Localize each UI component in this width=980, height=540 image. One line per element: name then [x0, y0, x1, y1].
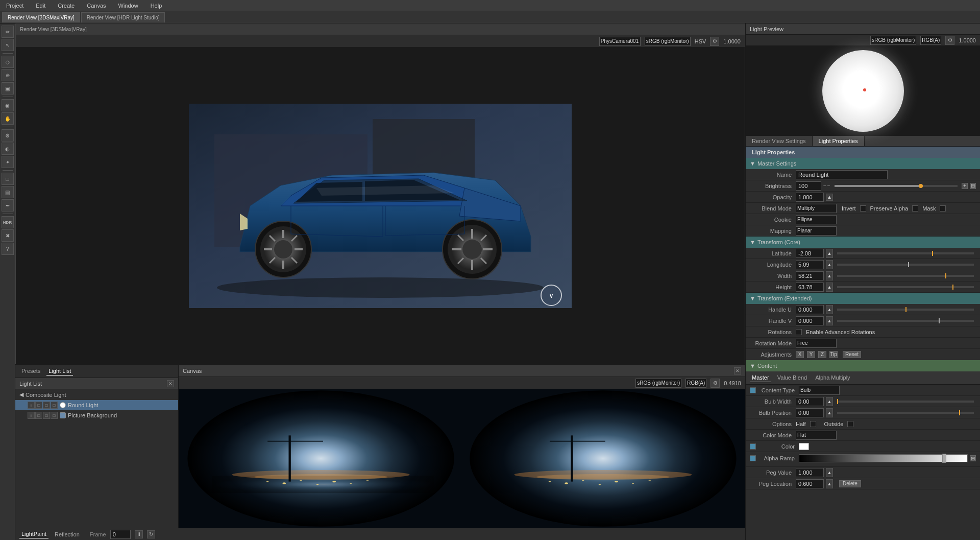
- tab-render-view[interactable]: Render View [3DSMax|VRay]: [2, 12, 80, 22]
- tab-light-properties[interactable]: Light Properties: [813, 136, 865, 146]
- handle-v-stepper[interactable]: ▲: [826, 316, 833, 325]
- brightness-down-arrow[interactable]: −: [823, 183, 826, 189]
- menu-create[interactable]: Create: [56, 2, 77, 10]
- light-lock-btn[interactable]: □: [43, 402, 50, 409]
- longitude-input[interactable]: [796, 260, 824, 269]
- master-settings-header[interactable]: ▼ Master Settings: [746, 158, 980, 169]
- content-section-header[interactable]: ▼ Content: [746, 360, 980, 371]
- tool-rect[interactable]: □: [2, 173, 14, 185]
- z-adjust-btn[interactable]: Z: [818, 351, 826, 358]
- peg-location-input[interactable]: [796, 479, 824, 488]
- rotation-checkbox[interactable]: [796, 329, 802, 335]
- bulb-width-slider[interactable]: [837, 401, 974, 403]
- canvas-colorspace-select[interactable]: sRGB (rgbMonitor): [635, 379, 681, 388]
- height-slider[interactable]: [837, 286, 974, 288]
- tab-hdr-studio[interactable]: Render View [HDR Light Studio]: [81, 12, 165, 22]
- tool-paint[interactable]: ◇: [2, 56, 14, 68]
- tool-select[interactable]: ✏: [2, 26, 14, 38]
- half-checkbox[interactable]: [810, 421, 816, 427]
- tool-pen[interactable]: ✒: [2, 199, 14, 212]
- peg-delete-btn[interactable]: Delete: [839, 480, 861, 487]
- handle-v-input[interactable]: [796, 316, 824, 325]
- y-adjust-btn[interactable]: Y: [807, 351, 815, 358]
- x-adjust-btn[interactable]: X: [796, 351, 804, 358]
- camera-select[interactable]: PhysCamera001: [599, 37, 641, 46]
- opacity-input[interactable]: [796, 193, 824, 202]
- light-eye-btn[interactable]: i: [28, 402, 35, 409]
- tool-crop[interactable]: ▤: [2, 186, 14, 198]
- handle-u-slider[interactable]: [837, 309, 974, 311]
- tool-move[interactable]: ↖: [2, 39, 14, 51]
- canvas-settings-icon[interactable]: ⚙: [710, 379, 720, 388]
- name-input[interactable]: [796, 170, 888, 179]
- settings-icon[interactable]: ⚙: [710, 37, 719, 46]
- rotation-mode-select[interactable]: Free: [796, 339, 837, 348]
- color-enable-checkbox[interactable]: [750, 443, 756, 450]
- reset-btn[interactable]: Reset: [843, 351, 861, 358]
- tab-lightpaint[interactable]: LightPaint: [19, 530, 48, 538]
- close-light-list-btn[interactable]: ✕: [167, 380, 174, 387]
- loop-btn[interactable]: ↻: [147, 530, 155, 538]
- latitude-input[interactable]: [796, 249, 824, 258]
- tool-adjust[interactable]: ✦: [2, 156, 14, 168]
- color-swatch[interactable]: [799, 443, 809, 450]
- tool-effects[interactable]: ◐: [2, 143, 14, 155]
- composite-light-header[interactable]: ◀ Composite Light: [15, 389, 178, 400]
- height-input[interactable]: [796, 283, 824, 292]
- tool-zoom[interactable]: ◉: [2, 99, 14, 111]
- tool-eraser[interactable]: ▣: [2, 82, 14, 95]
- canvas-channel-select[interactable]: RGB(A): [685, 379, 706, 388]
- alpha-ramp-add[interactable]: ⊞: [970, 455, 976, 461]
- width-slider[interactable]: [837, 275, 974, 277]
- peg-value-stepper[interactable]: ▲: [826, 468, 833, 477]
- tool-action[interactable]: ✖: [2, 229, 14, 242]
- bulb-position-slider[interactable]: [837, 412, 974, 414]
- light-solo-btn[interactable]: □: [35, 402, 42, 409]
- width-input[interactable]: [796, 271, 824, 280]
- preview-colorspace-select[interactable]: sRGB (rgbMonitor): [870, 36, 916, 45]
- preview-channel-select[interactable]: RGB(A): [920, 36, 941, 45]
- light-eye-btn-2[interactable]: i: [28, 412, 35, 419]
- bulb-position-stepper[interactable]: ▲: [826, 408, 833, 417]
- light-solo-btn-2[interactable]: □: [35, 412, 42, 419]
- light-lock-btn-2[interactable]: □: [43, 412, 50, 419]
- longitude-slider[interactable]: [837, 264, 974, 266]
- tool-hdr[interactable]: HDR: [2, 216, 14, 228]
- tip-adjust-btn[interactable]: Tip: [829, 351, 838, 358]
- transform-core-header[interactable]: ▼ Transform (Core): [746, 237, 980, 248]
- bulb-width-stepper[interactable]: ▲: [826, 397, 833, 406]
- play-btn[interactable]: ⏸: [135, 530, 143, 538]
- mapping-select[interactable]: Planar: [796, 226, 837, 236]
- peg-value-input[interactable]: [796, 468, 824, 477]
- bulb-width-input[interactable]: [796, 397, 824, 406]
- brightness-up-arrow[interactable]: −: [827, 183, 830, 189]
- alpha-ramp-handle[interactable]: [942, 454, 946, 463]
- content-tab-value-blend[interactable]: Value Blend: [775, 373, 810, 382]
- latitude-stepper[interactable]: ▲: [826, 249, 833, 258]
- brightness-add-btn[interactable]: +: [962, 183, 968, 189]
- peg-location-stepper[interactable]: ▲: [826, 479, 833, 488]
- alpha-ramp-display[interactable]: [799, 454, 968, 462]
- light-item-picture[interactable]: i □ □ □ Picture Background: [15, 410, 178, 420]
- handle-u-stepper[interactable]: ▲: [826, 305, 833, 314]
- content-type-select[interactable]: Bulb: [799, 386, 840, 395]
- menu-canvas[interactable]: Canvas: [85, 2, 108, 10]
- tool-settings[interactable]: ⚙: [2, 129, 14, 142]
- colorspace-select[interactable]: sRGB (rgbMonitor): [645, 37, 691, 46]
- light-mode-btn-2[interactable]: □: [51, 412, 58, 419]
- frame-input[interactable]: [110, 530, 131, 539]
- cookie-select[interactable]: Ellipse: [796, 215, 837, 224]
- color-mode-select[interactable]: Flat: [796, 431, 837, 440]
- opacity-step-up[interactable]: ▲: [826, 194, 833, 201]
- width-stepper[interactable]: ▲: [826, 271, 833, 280]
- transform-extended-header[interactable]: ▼ Transform (Extended): [746, 293, 980, 304]
- blend-mode-select[interactable]: Multiply: [796, 204, 837, 213]
- content-tab-master[interactable]: Master: [750, 373, 771, 382]
- preview-settings-icon[interactable]: ⚙: [945, 36, 954, 45]
- handle-v-slider[interactable]: [837, 320, 974, 322]
- brightness-slider[interactable]: [835, 185, 958, 187]
- brightness-extra-btn[interactable]: ⊞: [970, 183, 976, 189]
- tool-info[interactable]: ?: [2, 243, 14, 255]
- light-item-round[interactable]: i □ □ □ Round Light: [15, 400, 178, 410]
- latitude-slider[interactable]: [837, 252, 974, 254]
